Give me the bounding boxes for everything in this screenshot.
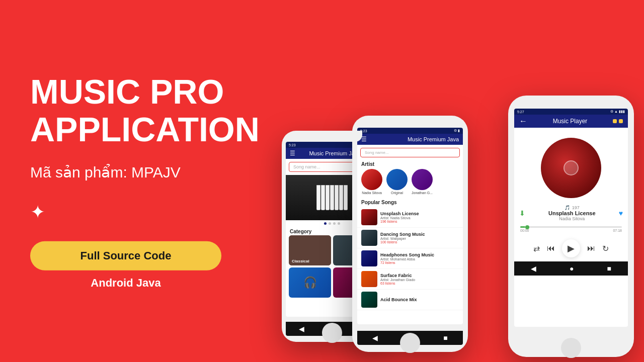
phone-3-time: 5:27 <box>517 110 524 114</box>
phone-1-home-button <box>322 323 342 343</box>
song-thumb-1 <box>361 209 377 225</box>
phone-2-status-icons: ⚙ ▮ <box>454 129 460 133</box>
player-progress[interactable]: 00:00 07:18 <box>520 226 622 232</box>
song-listens-4: 63 listens <box>380 282 459 285</box>
progress-times: 00:00 07:18 <box>520 229 622 232</box>
artist-1-name: Nadia Sitova <box>362 191 382 195</box>
p3-nav-recent[interactable]: ■ <box>607 264 611 273</box>
p2-nav-recent[interactable]: ■ <box>443 334 447 342</box>
phone-3: 5:27 ⚙ ▲ ▮▮▮ ← Music Player ⬇ <box>508 96 634 357</box>
song-title-4: Surface Fabric <box>380 273 459 278</box>
player-controls: ⇄ ⏮ ▶ ⏭ ↻ <box>514 235 628 261</box>
song-title-1: Unsplash License <box>380 211 459 216</box>
song-info-4: Surface Fabric Artist: Jonathan Giado 63… <box>380 273 459 285</box>
next-button[interactable]: ⏭ <box>587 244 595 253</box>
phone-3-home-button <box>561 338 581 358</box>
artist-2-name: Original <box>391 191 403 195</box>
prev-button[interactable]: ⏮ <box>547 244 555 253</box>
phone-3-header: ← Music Player <box>514 115 628 128</box>
phone-3-status-bar: 5:27 ⚙ ▲ ▮▮▮ <box>514 109 628 115</box>
song-info-1: Unsplash License Artist: Nadia Sitova 19… <box>380 211 459 223</box>
song-artist-4: Artist: Jonathan Giado <box>380 278 459 282</box>
cta-subtitle: Android Java <box>30 276 221 289</box>
main-title: MUSIC PRO APPLICATION <box>30 73 272 148</box>
song-item-3[interactable]: Headphones Song Music Artist: Mohamed Ab… <box>357 248 463 269</box>
nav-back-icon[interactable]: ◀ <box>299 325 304 333</box>
song-thumb-5 <box>361 292 377 308</box>
artist-2[interactable]: Original <box>386 169 408 195</box>
phone-2: 5:23 ⚙ ▮ ☰ Music Premium Java Song name.… <box>352 116 468 352</box>
category-headphones[interactable]: 🎧 <box>289 267 331 298</box>
song-artist-1: Artist: Nadia Sitova <box>380 216 459 220</box>
song-listens-2: 100 listens <box>380 240 459 244</box>
back-icon[interactable]: ← <box>519 117 527 126</box>
phone-2-header-title: Music Premium Java <box>408 136 459 142</box>
repeat-button[interactable]: ↻ <box>602 244 609 253</box>
menu-icon[interactable]: ☰ <box>290 150 295 157</box>
like-icon[interactable]: ♥ <box>619 209 623 217</box>
song-listens-3: 72 listens <box>380 261 459 264</box>
phone-3-status-icons: ⚙ ▲ ▮▮▮ <box>610 110 625 114</box>
title-badge-2 <box>619 119 623 123</box>
progress-dot <box>525 225 529 229</box>
song-listens-1: 196 listens <box>380 220 459 223</box>
artist-3[interactable]: Jonathan G... <box>412 169 433 195</box>
time-start: 00:00 <box>520 229 529 232</box>
p2-nav-back[interactable]: ◀ <box>372 334 378 342</box>
player-artist: Nadia Sitova <box>548 216 596 221</box>
phone-2-header: ☰ Music Premium Java <box>357 134 463 145</box>
song-title-5: Acid Bounce Mix <box>380 297 459 302</box>
song-item-5[interactable]: Acid Bounce Mix <box>357 290 463 310</box>
song-info-2: Dancing Song Music Artist: Wallpaper 100… <box>380 232 459 244</box>
song-thumb-2 <box>361 230 377 246</box>
song-thumb-3 <box>361 250 377 266</box>
time-end: 07:18 <box>613 229 622 232</box>
product-code: Mã sản phẩm: MPAJV <box>30 163 272 180</box>
artist-3-avatar <box>412 169 433 190</box>
phones-container: 5:23 ⚙ ▮▮ ☰ Music Premium Java Song name… <box>252 20 644 362</box>
phone-2-home-button <box>400 333 420 353</box>
artist-label: Artist <box>357 160 463 169</box>
song-details: 🎵 197 Unsplash License Nadia Sitova <box>548 205 596 221</box>
category-classical[interactable]: Classical <box>289 235 331 265</box>
cta-button[interactable]: Full Source Code <box>30 241 221 270</box>
title-badge-1 <box>613 119 617 123</box>
download-icon[interactable]: ⬇ <box>519 209 525 217</box>
progress-bar <box>520 226 622 228</box>
song-info-3: Headphones Song Music Artist: Mohamed Ab… <box>380 252 459 264</box>
listens-icon: 🎵 <box>565 205 570 210</box>
left-section: MUSIC PRO APPLICATION Mã sản phẩm: MPAJV… <box>30 73 272 290</box>
song-item-4[interactable]: Surface Fabric Artist: Jonathan Giado 63… <box>357 269 463 290</box>
phone-3-header-title: Music Player <box>531 118 609 125</box>
phone-2-status-bar: 5:23 ⚙ ▮ <box>357 128 463 134</box>
dot-1 <box>324 222 327 225</box>
progress-fill <box>520 226 525 228</box>
shuffle-button[interactable]: ⇄ <box>533 244 540 253</box>
phone-1-time: 5:23 <box>289 143 296 147</box>
artist-1-avatar <box>361 169 382 190</box>
song-title-3: Headphones Song Music <box>380 252 459 257</box>
play-button[interactable]: ▶ <box>562 239 580 257</box>
p3-nav-home[interactable]: ● <box>570 264 574 273</box>
artist-1[interactable]: Nadia Sitova <box>361 169 382 195</box>
player-info: ⬇ 🎵 197 Unsplash License Nadia Sitova ♥ <box>514 203 628 223</box>
song-item-2[interactable]: Dancing Song Music Artist: Wallpaper 100… <box>357 228 463 248</box>
listens-count: 197 <box>572 205 580 210</box>
phone-2-search[interactable]: Song name... <box>360 148 460 157</box>
phone-3-notch <box>533 96 609 107</box>
dot-3 <box>333 222 336 225</box>
dot-4 <box>338 222 340 225</box>
phone-1-notch <box>302 131 362 142</box>
song-info-5: Acid Bounce Mix <box>380 297 459 302</box>
player-song-title: Unsplash License <box>548 210 596 216</box>
song-artist-2: Artist: Wallpaper <box>380 237 459 240</box>
phone-2-menu-icon[interactable]: ☰ <box>361 136 367 143</box>
song-item-1[interactable]: Unsplash License Artist: Nadia Sitova 19… <box>357 207 463 228</box>
album-art-inner <box>564 160 579 175</box>
dot-2 <box>329 222 331 225</box>
p3-nav-back[interactable]: ◀ <box>531 264 536 273</box>
song-thumb-4 <box>361 271 377 287</box>
artist-2-avatar <box>386 169 408 190</box>
phone-2-notch <box>375 116 445 127</box>
song-title-2: Dancing Song Music <box>380 232 459 237</box>
